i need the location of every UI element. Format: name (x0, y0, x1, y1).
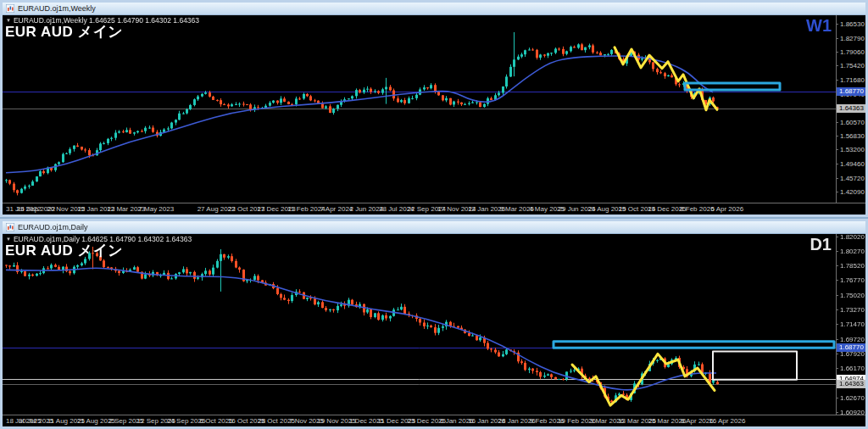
price-axis-label: 1.56830 (840, 133, 865, 140)
price-axis-label: 1.45720 (840, 176, 865, 182)
price-axis-label: 1.75420 (840, 63, 865, 70)
price-axis-label: 1.49460 (840, 161, 865, 168)
date-axis-label: 16 Apr 2026 (709, 417, 745, 425)
price-level-badge: 1.64363 (837, 380, 865, 388)
price-axis-label: 1.82020 (840, 234, 865, 241)
chart-icon (6, 4, 14, 13)
price-axis-label: 1.62670 (840, 395, 865, 402)
daily-chart-area: ▼ EURAUD.oj1m,Daily 1.64625 1.64790 1.64… (3, 234, 865, 426)
price-axis-label: 1.60570 (840, 120, 865, 126)
price-axis-label: 1.73270 (840, 307, 865, 314)
weekly-price-chart-canvas[interactable] (3, 15, 836, 203)
ohlc-values: EURAUD.oj1m,Daily 1.64625 1.64790 1.6430… (14, 235, 192, 243)
chart-window-weekly: EURAUD.oj1m,Weekly ▼ EURAUD.oj1m,Weekly … (0, 0, 868, 217)
price-axis-label: 1.66170 (840, 365, 865, 372)
price-level-badge: 1.68770 (837, 343, 865, 352)
price-axis-label: 1.69720 (840, 337, 865, 343)
price-axis-label: 1.53200 (840, 147, 865, 153)
price-axis-label: 1.80270 (840, 248, 865, 255)
date-axis-label: 7 Apr 2024 (320, 205, 353, 213)
price-level-badge: 1.64363 (837, 104, 865, 113)
ohlc-expander-icon[interactable]: ▼ (6, 17, 11, 24)
price-axis[interactable]: 1.820201.802701.785201.767701.750201.732… (836, 234, 865, 415)
price-axis-label: 1.79060 (840, 49, 865, 56)
date-axis[interactable]: 31 Jul 202225 Sep 202220 Nov 202215 Jan … (3, 203, 865, 214)
price-axis-label: 1.71470 (840, 321, 865, 328)
date-axis[interactable]: 18 Jul 202530 Jul 202511 Aug 202521 Aug … (3, 415, 865, 426)
price-axis-label: 1.82790 (840, 36, 865, 42)
price-axis-label: 1.75020 (840, 292, 865, 299)
date-axis-label: 7 May 2023 (138, 205, 174, 213)
price-axis[interactable]: 1.865301.827901.790601.754201.716801.679… (836, 15, 865, 203)
price-axis-label: 1.42090 (840, 189, 865, 196)
chart-icon (6, 223, 14, 231)
chart-comment-watermark: EUR AUD メイン (5, 241, 123, 260)
weekly-chart-area: ▼ EURAUD.oj1m,Weekly 1.64625 1.64790 1.6… (3, 15, 865, 214)
ohlc-expander-icon[interactable]: ▼ (6, 236, 11, 242)
chart-comment-watermark: EUR AUD メイン (5, 22, 123, 42)
ohlc-info-line: ▼ EURAUD.oj1m,Weekly 1.64625 1.64790 1.6… (6, 16, 199, 25)
price-axis-label: 1.86530 (840, 21, 865, 28)
price-axis-label: 1.78520 (840, 263, 865, 270)
price-axis-label: 1.67920 (840, 351, 865, 358)
chart-window-daily: EURAUD.oj1m,Daily ▼ EURAUD.oj1m,Daily 1.… (0, 219, 868, 429)
price-axis-label: 1.76770 (840, 277, 865, 284)
window-titlebar[interactable]: EURAUD.oj1m,Weekly (3, 3, 865, 15)
timeframe-label: D1 (810, 235, 832, 254)
window-title: EURAUD.oj1m,Daily (18, 223, 88, 231)
ohlc-info-line: ▼ EURAUD.oj1m,Daily 1.64625 1.64790 1.64… (6, 235, 192, 243)
price-level-badge: 1.68770 (837, 87, 865, 96)
date-axis-label: 5 Apr 2026 (710, 205, 743, 213)
price-axis-label: 1.71680 (840, 77, 865, 84)
date-axis-label: 8 Feb 2026 (680, 205, 714, 213)
window-title: EURAUD.oj1m,Weekly (18, 4, 96, 13)
ohlc-values: EURAUD.oj1m,Weekly 1.64625 1.64790 1.643… (14, 16, 199, 25)
daily-price-chart-canvas[interactable] (3, 234, 836, 416)
timeframe-label: W1 (806, 16, 832, 36)
window-titlebar[interactable]: EURAUD.oj1m,Daily (3, 221, 865, 234)
